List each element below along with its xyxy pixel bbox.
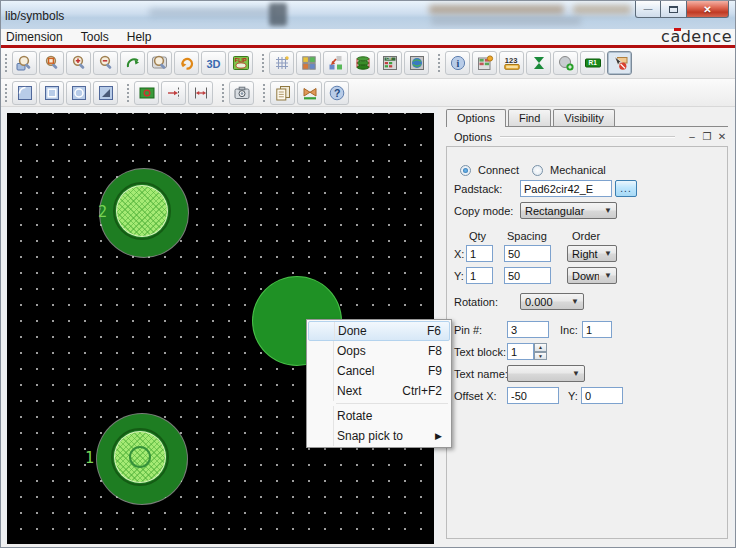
- shape-filled-button[interactable]: [93, 81, 118, 105]
- options-pane-title: Options: [454, 131, 492, 143]
- cross-section-button[interactable]: CM: [377, 51, 402, 75]
- text-block-input[interactable]: [507, 343, 534, 360]
- shape-rect-button[interactable]: [39, 81, 64, 105]
- offset-x-label: Offset X:: [454, 390, 497, 402]
- offset-x-input[interactable]: [507, 387, 559, 404]
- toolbar-grip-handle[interactable]: [4, 53, 9, 73]
- measure-button[interactable]: 123: [499, 51, 524, 75]
- copy-objects-icon: [274, 84, 292, 102]
- chevron-down-icon: ▼: [571, 297, 579, 306]
- title-bar[interactable]: lib/symbols — ✕: [1, 1, 736, 29]
- svg-text:R1: R1: [588, 59, 597, 66]
- toolbar-grip-handle[interactable]: [261, 53, 266, 73]
- y-spacing-input[interactable]: [504, 267, 551, 284]
- undo-button[interactable]: [174, 51, 199, 75]
- padstack-browse-button[interactable]: ...: [615, 180, 637, 197]
- pad-2[interactable]: [100, 169, 188, 257]
- pane-minimize-button[interactable]: –: [686, 131, 698, 142]
- menu-item-cancel[interactable]: CancelF9: [308, 361, 450, 381]
- chevron-down-icon: ▼: [604, 271, 612, 280]
- menu-item-next[interactable]: NextCtrl+F2: [308, 381, 450, 401]
- svg-text:CM: CM: [386, 57, 392, 61]
- shape-arc-button[interactable]: [12, 81, 37, 105]
- redraw-button[interactable]: [120, 51, 145, 75]
- pane-restore-button[interactable]: ❐: [701, 131, 713, 142]
- tab-find[interactable]: Find: [508, 109, 551, 126]
- flip-design-icon: FLIP: [232, 54, 250, 72]
- zoom-points-button[interactable]: [12, 51, 37, 75]
- net-bowtie-button[interactable]: [297, 81, 322, 105]
- shadow-mode-button[interactable]: [350, 51, 375, 75]
- application-window: lib/symbols — ✕ Dimension Tools Help cad…: [0, 0, 736, 548]
- dim-distance-button[interactable]: [188, 81, 213, 105]
- view-3d-button[interactable]: 3D: [201, 51, 226, 75]
- x-order-dropdown[interactable]: Right ▼: [567, 245, 617, 262]
- connect-radio[interactable]: [460, 165, 471, 176]
- toolbar-grip-handle[interactable]: [262, 83, 267, 103]
- x-spacing-input[interactable]: [504, 245, 551, 262]
- minimize-button[interactable]: —: [635, 1, 661, 18]
- zoom-previous-button[interactable]: [147, 51, 172, 75]
- y-qty-input[interactable]: [466, 267, 493, 284]
- spinner-down-icon[interactable]: ▼: [534, 352, 547, 361]
- pad-2-label: 2: [98, 203, 107, 221]
- menu-dimension[interactable]: Dimension: [0, 29, 72, 45]
- menu-item-label: Oops: [337, 344, 428, 358]
- maximize-button[interactable]: [661, 1, 687, 18]
- shape-circle-icon: [70, 84, 88, 102]
- menu-item-done[interactable]: DoneF6: [308, 321, 450, 341]
- pad-1[interactable]: [97, 414, 187, 504]
- copy-tool-button[interactable]: [607, 51, 632, 75]
- toolbar-grip-handle[interactable]: [4, 83, 9, 103]
- shape-circle-button[interactable]: [66, 81, 91, 105]
- grid-toggle-button[interactable]: [269, 51, 294, 75]
- waive-button[interactable]: [526, 51, 551, 75]
- x-qty-input[interactable]: [466, 245, 493, 262]
- menu-item-snap-pick-to[interactable]: Snap pick to▶: [308, 426, 450, 446]
- tab-visibility[interactable]: Visibility: [553, 109, 615, 126]
- pane-close-button[interactable]: ✕: [716, 131, 728, 142]
- menu-tools[interactable]: Tools: [72, 29, 118, 45]
- copy-objects-button[interactable]: [270, 81, 295, 105]
- toolbar-grip-handle[interactable]: [437, 53, 442, 73]
- color-priority-button[interactable]: [323, 51, 348, 75]
- shadow-mode-icon: [354, 54, 372, 72]
- flip-design-button[interactable]: FLIP: [228, 51, 253, 75]
- svg-text:?: ?: [334, 87, 340, 99]
- copy-mode-dropdown[interactable]: Rectangular ▼: [520, 202, 617, 219]
- close-button[interactable]: ✕: [687, 1, 729, 18]
- info-button[interactable]: i: [445, 51, 470, 75]
- snapshot-button[interactable]: [229, 81, 254, 105]
- help-button[interactable]: ?: [324, 81, 349, 105]
- properties-button[interactable]: [472, 51, 497, 75]
- offset-y-input[interactable]: [581, 387, 623, 404]
- zoom-fit-button[interactable]: [39, 51, 64, 75]
- menu-item-oops[interactable]: OopsF8: [308, 341, 450, 361]
- menu-item-rotate[interactable]: Rotate: [308, 406, 450, 426]
- menu-item-label: Done: [338, 324, 427, 338]
- tab-options[interactable]: Options: [446, 109, 506, 127]
- mechanical-radio[interactable]: [532, 165, 543, 176]
- color-dialog-button[interactable]: [296, 51, 321, 75]
- dim-linear-button[interactable]: [161, 81, 186, 105]
- toolbar-grip-handle[interactable]: [221, 83, 226, 103]
- menu-help[interactable]: Help: [118, 29, 161, 45]
- zoom-out-button[interactable]: [93, 51, 118, 75]
- spinner-up-icon[interactable]: ▲: [534, 343, 547, 352]
- padstack-input[interactable]: [520, 180, 612, 197]
- status-world-button[interactable]: [404, 51, 429, 75]
- rotation-dropdown[interactable]: 0.000 ▼: [520, 293, 584, 310]
- pin-number-input[interactable]: [507, 321, 549, 338]
- color-dialog-icon: [300, 54, 318, 72]
- cross-section-icon: CM: [381, 54, 399, 72]
- inc-input[interactable]: [582, 321, 612, 338]
- text-name-dropdown[interactable]: ▼: [507, 365, 585, 382]
- refdes-button[interactable]: R1: [580, 51, 605, 75]
- board-pin-button[interactable]: [134, 81, 159, 105]
- options-pane-header[interactable]: Options – ❐ ✕: [446, 128, 728, 145]
- zoom-out-icon: [97, 54, 115, 72]
- y-order-dropdown[interactable]: Down ▼: [567, 267, 617, 284]
- toolbar-grip-handle[interactable]: [126, 83, 131, 103]
- create-module-button[interactable]: [553, 51, 578, 75]
- zoom-in-button[interactable]: [66, 51, 91, 75]
